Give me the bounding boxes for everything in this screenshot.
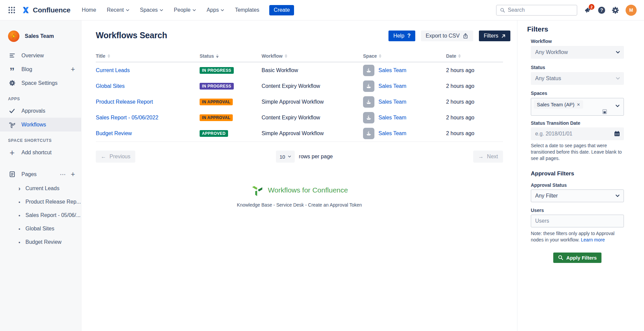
table-row: Budget Review APPROVED Simple Approval W… <box>96 125 503 141</box>
learn-more-link[interactable]: Learn more <box>581 237 605 242</box>
approval-status-select[interactable]: Any Filter <box>531 189 624 202</box>
sort-icon <box>285 54 287 58</box>
workflows-logo-text: Workflows for Confluence <box>268 186 348 194</box>
sidebar-item-add-shortcut[interactable]: + Add shortcut <box>0 146 81 159</box>
nav-apps[interactable]: Apps <box>207 7 224 13</box>
column-header-workflow[interactable]: Workflow <box>262 53 363 59</box>
users-input[interactable] <box>535 218 612 224</box>
date-value: 2 hours ago <box>446 83 503 89</box>
footer-link-approval-token[interactable]: Create an Approval Token <box>308 202 362 208</box>
page-tree-item[interactable]: • Product Release Rep... <box>0 195 81 209</box>
chevron-down-icon <box>616 51 620 54</box>
sidebar-item-blog[interactable]: ” Blog + <box>0 62 81 76</box>
approval-filters-note: Note: these filters only apply to Approv… <box>531 230 627 243</box>
page-title-link[interactable]: Budget Review <box>96 130 132 136</box>
sidebar-item-pages[interactable]: Pages ••• + <box>0 167 81 181</box>
chevron-down-icon <box>160 9 163 11</box>
sidebar-item-approvals[interactable]: Approvals <box>0 104 81 118</box>
users-filter-field[interactable] <box>531 215 624 227</box>
nav-recent[interactable]: Recent <box>107 7 129 13</box>
page-tree-item[interactable]: • Global Sites <box>0 222 81 235</box>
sort-icon <box>216 54 219 58</box>
search-input[interactable] <box>508 7 573 13</box>
pages-more-icon[interactable]: ••• <box>60 172 66 176</box>
sidebar-item-space-settings[interactable]: Space Settings <box>0 76 81 90</box>
transition-date-input[interactable] <box>535 131 602 137</box>
column-header-space[interactable]: Space <box>363 53 446 59</box>
calendar-icon[interactable] <box>614 130 620 138</box>
help-button-main[interactable]: Help ? <box>388 31 415 41</box>
top-navigation: Confluence Home Recent Spaces People App… <box>0 0 644 20</box>
space-shortcuts-heading: SPACE SHORTCUTS <box>0 138 81 143</box>
space-link[interactable]: Sales Team <box>378 130 406 136</box>
chevron-down-icon <box>221 9 224 11</box>
pagination: ← Previous 10 rows per page → Next <box>96 151 503 163</box>
sidebar-item-workflows[interactable]: Workflows <box>0 118 81 131</box>
transition-date-field[interactable] <box>531 127 624 140</box>
footer-link-service-desk[interactable]: Service Desk <box>276 202 304 208</box>
nav-spaces[interactable]: Spaces <box>140 7 163 13</box>
confluence-home-link[interactable]: Confluence <box>21 6 70 14</box>
space-filter-chip: Sales Team (AP) ✕ <box>534 100 583 109</box>
page-tree-item[interactable]: • Sales Report - 05/06/... <box>0 209 81 222</box>
settings-button[interactable] <box>612 7 619 14</box>
main-content: Workflows Search Help ? Export to CSV Fi… <box>81 20 517 331</box>
transition-date-help-text: Select a date to see pages that were tra… <box>531 143 627 162</box>
space-link[interactable]: Sales Team <box>378 99 406 105</box>
nav-home[interactable]: Home <box>82 7 96 13</box>
chevron-down-icon <box>616 105 620 107</box>
column-header-title[interactable]: Title <box>96 53 200 59</box>
search-icon <box>500 7 505 13</box>
previous-page-button[interactable]: ← Previous <box>96 151 135 163</box>
expand-chevron-icon[interactable]: › <box>17 186 21 191</box>
user-avatar[interactable]: M <box>626 5 637 16</box>
workflow-filter-select[interactable]: Any Workflow <box>531 46 624 59</box>
rows-per-page-select[interactable]: 10 <box>276 151 295 163</box>
status-filter-select[interactable]: Any Status <box>531 72 624 85</box>
status-badge: IN APPROVAL <box>200 114 233 121</box>
space-link[interactable]: Sales Team <box>378 115 406 121</box>
apply-filters-button[interactable]: Apply Filters <box>553 253 601 263</box>
nav-people[interactable]: People <box>174 7 196 13</box>
remove-chip-icon[interactable]: ✕ <box>577 102 580 107</box>
apps-heading: APPS <box>0 97 81 101</box>
sort-icon <box>458 54 461 58</box>
page-title-link[interactable]: Sales Report - 05/06/2022 <box>96 115 158 120</box>
workflow-name: Content Expiry Workflow <box>262 115 363 121</box>
page-title-link[interactable]: Current Leads <box>96 67 130 73</box>
footer-link-knowledge-base[interactable]: Knowledge Base <box>237 202 272 208</box>
next-page-button[interactable]: → Next <box>473 151 503 163</box>
space-link[interactable]: Sales Team <box>378 67 406 73</box>
add-page-icon[interactable]: + <box>71 171 75 178</box>
column-header-date[interactable]: Date <box>446 53 503 59</box>
space-link[interactable]: Sales Team <box>378 83 406 89</box>
spaces-select-indicator-icon <box>602 109 607 114</box>
page-tree-item[interactable]: › Current Leads <box>0 182 81 195</box>
bullet-icon: • <box>17 213 21 218</box>
confluence-wordmark: Confluence <box>33 6 70 14</box>
question-icon: ? <box>407 33 411 39</box>
page-title-link[interactable]: Global Sites <box>96 83 125 89</box>
workflow-name: Simple Approval Workflow <box>262 130 363 136</box>
add-blog-icon[interactable]: + <box>71 66 75 73</box>
sidebar-item-overview[interactable]: Overview <box>0 49 81 62</box>
column-header-status[interactable]: Status <box>200 53 262 59</box>
export-csv-button[interactable]: Export to CSV <box>421 31 473 41</box>
status-badge: IN APPROVAL <box>200 99 233 105</box>
page-title-link[interactable]: Product Release Report <box>96 99 153 105</box>
quote-icon: ” <box>8 66 16 73</box>
space-header[interactable]: Sales Team <box>0 31 81 42</box>
page-tree-item[interactable]: • Budget Review <box>0 235 81 249</box>
space-ship-icon <box>363 80 374 92</box>
page-title: Workflows Search <box>96 31 167 40</box>
overview-icon <box>8 52 16 59</box>
global-search[interactable] <box>496 5 577 16</box>
notifications-button[interactable]: 2 <box>584 6 591 14</box>
create-button[interactable]: Create <box>269 5 294 15</box>
nav-templates[interactable]: Templates <box>235 7 259 13</box>
filters-toggle-button[interactable]: Filters <box>479 31 510 41</box>
app-switcher-icon[interactable] <box>8 6 15 14</box>
spaces-filter-multiselect[interactable]: Sales Team (AP) ✕ <box>531 98 624 116</box>
help-button[interactable]: ? <box>598 7 605 14</box>
notification-badge: 2 <box>589 4 594 10</box>
